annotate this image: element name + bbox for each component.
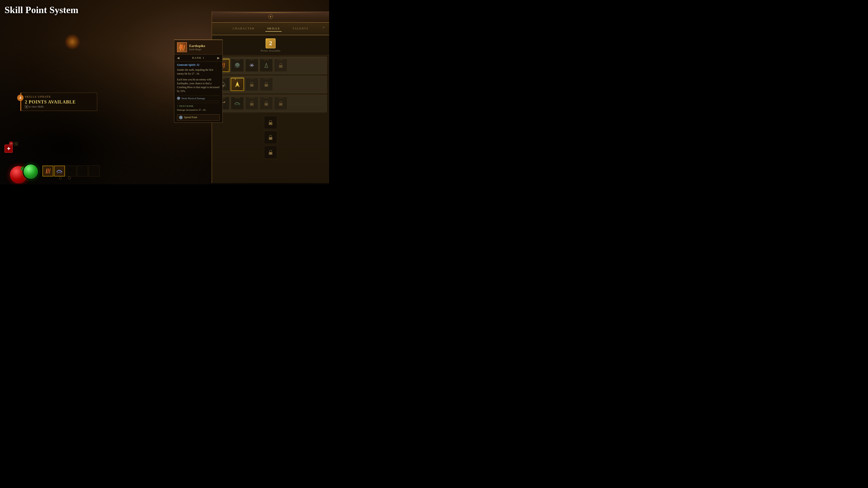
svg-line-15	[48, 168, 49, 173]
tooltip-skill-type: Earth Magic	[189, 48, 205, 51]
health-flask-icon[interactable]: ✚	[4, 144, 13, 153]
skill-cell-2-3[interactable]: 12	[245, 78, 258, 91]
skills-update-header: SKILLS UPDATE	[25, 95, 93, 98]
lock-shackle	[250, 101, 253, 103]
hotbar-slot-3[interactable]	[66, 166, 76, 176]
tooltip-damage-type: ⚔ Deals Physical Damage	[177, 96, 220, 101]
health-flask-count: 10	[9, 141, 13, 145]
skill-row-2: I 12	[216, 78, 325, 91]
dot	[224, 97, 225, 98]
skill-cell-2-4[interactable]: 20	[260, 78, 273, 91]
lock-shackle	[269, 150, 272, 152]
skill-row-3: 6	[216, 97, 325, 110]
dot	[268, 78, 269, 79]
dot	[281, 59, 282, 60]
hotbar-slot-1[interactable]	[42, 166, 53, 176]
cell-1-1-rank: I	[228, 69, 228, 71]
cell-3-3-dots	[249, 97, 254, 98]
damage-type-icon: ⚔	[177, 97, 180, 100]
skill-cell-3-3[interactable]: 6	[245, 97, 258, 110]
lock-visual-3-5: 8	[279, 101, 283, 106]
page-title: Skill Point System	[4, 4, 79, 15]
tooltip-spirit: Generate Spirit: 12	[177, 63, 220, 67]
dot	[238, 59, 239, 60]
dot	[251, 78, 252, 79]
panel-decorative-header	[212, 11, 329, 23]
cell-2-3-dots	[249, 78, 254, 79]
dot	[282, 59, 283, 60]
skill-cell-3-4[interactable]: 8	[260, 97, 273, 110]
hint-key: S	[25, 105, 28, 108]
lock-body: 12	[250, 84, 254, 87]
lock-visual-b1: 6	[269, 120, 272, 125]
lock-visual-2-3: 12	[250, 82, 254, 87]
dot	[268, 97, 269, 98]
dot	[249, 78, 250, 79]
lock-visual-b3: 20	[269, 150, 272, 155]
mount-icon-2[interactable]: ⬡	[68, 176, 72, 180]
tab-skills[interactable]: SKILLS	[266, 26, 282, 32]
dot	[253, 78, 254, 79]
dot	[265, 59, 266, 60]
bottom-locks-section: 6 10 20	[214, 113, 327, 161]
dot	[239, 97, 240, 98]
lock-visual-1-5: 7	[279, 63, 283, 68]
next-rank-icon: ↑	[177, 104, 178, 108]
panel-close-button[interactable]: ×	[321, 25, 327, 30]
skill-cell-3-5[interactable]: 8	[274, 97, 287, 110]
skill-cell-3-2[interactable]	[231, 97, 244, 110]
svg-line-5	[224, 63, 225, 68]
mount-icon-1[interactable]: ⬡	[59, 176, 63, 180]
skill-4-icon	[263, 62, 270, 69]
lock-visual-3-3: 6	[250, 101, 254, 106]
skills-panel: CHARACTER SKILLS TALENTS × 2 Points Avai…	[212, 11, 329, 183]
rank-next-arrow[interactable]: ▶	[217, 56, 220, 60]
rank-prev-arrow[interactable]: ◀	[177, 56, 180, 60]
bottom-lock-3[interactable]: 20	[264, 146, 277, 159]
dot	[282, 97, 283, 98]
dot	[278, 59, 279, 60]
dot	[223, 97, 224, 98]
hotbar-slot-2[interactable]	[54, 166, 65, 176]
lock-level: 20	[270, 152, 272, 154]
tooltip-desc2: Each time you hit an enemy with Earthspi…	[177, 78, 220, 93]
lock-body: 20	[265, 84, 268, 87]
lock-visual-b2: 10	[269, 135, 272, 140]
lock-shackle	[265, 82, 268, 84]
bottom-lock-2[interactable]: 10	[264, 131, 277, 144]
skill-cell-1-2[interactable]	[231, 59, 244, 72]
dot	[251, 59, 252, 60]
spend-point-button[interactable]: ⚙ Spend Point	[177, 114, 220, 121]
skill-cell-1-5[interactable]: 7	[274, 59, 287, 72]
skills-update-notification: 4 SKILLS UPDATE 2 POINTS AVAILABLE S to …	[20, 93, 97, 111]
dot	[239, 79, 240, 80]
skill-grid-section: I	[212, 55, 329, 162]
dot	[264, 59, 265, 60]
dot	[235, 79, 236, 80]
points-label: Points Available	[212, 49, 329, 52]
cell-3-5-dots	[278, 97, 283, 98]
cell-2-4-dots	[264, 78, 269, 79]
dot	[264, 78, 265, 79]
dot	[252, 97, 253, 98]
points-available-section: 2 Points Available	[212, 35, 329, 55]
dot	[268, 59, 269, 60]
bottom-lock-1[interactable]: 6	[264, 116, 277, 129]
lock-body: 20	[269, 152, 272, 155]
skill-cell-1-4[interactable]	[260, 59, 273, 72]
tab-talents[interactable]: TALENTS	[291, 26, 310, 32]
hotbar-slot-5[interactable]	[89, 166, 99, 176]
lock-level: 12	[251, 84, 253, 86]
tooltip-body: Generate Spirit: 12 Sunder the earth, im…	[174, 61, 222, 123]
tab-character[interactable]: CHARACTER	[231, 26, 256, 32]
dot	[239, 59, 240, 60]
skill-cell-1-3[interactable]	[245, 59, 258, 72]
dot	[253, 97, 254, 98]
hotbar-slot-4[interactable]	[77, 166, 88, 176]
dot	[280, 97, 281, 98]
dot	[265, 78, 266, 79]
dot	[253, 59, 254, 60]
tooltip-header: Earthspike Earth Magic	[174, 40, 222, 55]
svg-line-16	[49, 168, 50, 173]
skill-cell-2-2[interactable]: I	[231, 78, 244, 91]
